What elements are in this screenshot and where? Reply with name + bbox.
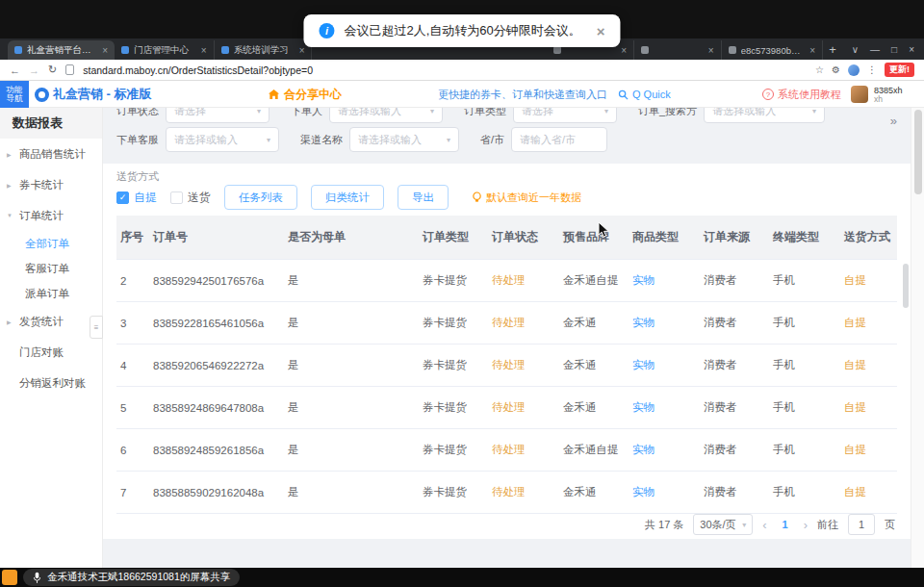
column-header: 订单类型 [419,229,488,245]
window-close-button[interactable]: × [909,44,914,55]
browser-tab[interactable]: 门店管理中心 × [115,40,215,60]
table-scrollbar-thumb[interactable] [903,264,909,308]
sidebar-item-store-reconciliation[interactable]: 门店对账 [0,337,102,368]
app-title: 礼盒营销 - 标准版 [53,86,152,103]
page-info-icon[interactable] [65,64,74,75]
window-maximize-button[interactable]: □ [891,44,897,55]
sidebar-item-distribution-rebate[interactable]: 分销返利对账 [0,368,102,398]
cell-delivery: 自提 [840,273,897,288]
sidebar-item-product-sales-stats[interactable]: ▶ 商品销售统计 [0,139,102,169]
cell-seq: 5 [116,402,149,414]
function-nav-toggle[interactable]: 功能 导航 [0,81,29,108]
prev-page-button[interactable]: ‹ [762,518,766,532]
export-button[interactable]: 导出 [398,185,449,210]
toast-close-icon[interactable]: × [597,23,605,39]
tutorial-link[interactable]: ? 系统使用教程 [762,81,841,108]
order-search-select[interactable]: 请选择或输入 ▾ [704,108,825,123]
filter-label: 订单状态 [116,108,159,118]
browser-more-icon[interactable]: ⋮ [867,64,877,75]
sidebar-child-label: 客服订单 [25,262,69,276]
filter-row-2: 下单客服 请选择或输入 ▾ 渠道名称 请选择或输入 ▾ 省/市 [116,127,607,152]
category-stats-button[interactable]: 归类统计 [311,185,384,210]
cell-goods-type: 实物 [629,443,700,457]
sidebar-item-all-orders[interactable]: 全部订单 [0,231,102,256]
cell-is-parent: 是 [284,485,419,499]
sidebar-item-service-orders[interactable]: 客服订单 [0,256,102,281]
page-size-select[interactable]: 30条/页 ▾ [693,514,753,535]
sidebar-item-shipping-stats[interactable]: ▶ 发货统计 [0,306,102,337]
select-placeholder: 请选择 [522,108,553,118]
next-page-button[interactable]: › [804,518,808,532]
filter-row-1: 订单状态 请选择 ▾ 下单人 请选择或输入 ▾ 订单类型 请选择 ▾ [116,108,825,123]
user-avatar[interactable] [851,86,868,103]
tab-close-icon[interactable]: × [708,45,714,56]
tab-close-icon[interactable]: × [299,45,305,56]
orderer-select[interactable]: 请选择或输入 ▾ [329,108,443,123]
channel-name-select[interactable]: 请选择或输入 ▾ [349,127,459,152]
chevron-down-icon: ▼ [7,213,14,218]
browser-tab[interactable]: × [634,40,722,60]
province-city-input[interactable] [520,134,599,145]
order-status-select[interactable]: 请选择 ▾ [166,108,270,123]
filter-order-search: 订单_搜索方 请选择或输入 ▾ [638,108,825,123]
update-badge[interactable]: 更新! [885,63,914,77]
browser-tab[interactable]: 系统培训学习 × [215,40,313,60]
tab-close-icon[interactable]: × [201,45,207,56]
current-page[interactable]: 1 [777,519,794,530]
cell-brand: 金禾通 [559,358,629,372]
window-minimize-button[interactable]: — [870,44,880,55]
share-center-icon [268,89,280,100]
forward-icon[interactable]: → [29,64,39,76]
browser-menu-icon[interactable]: ∨ [852,44,859,55]
cell-seq: 6 [116,445,149,456]
address-bar[interactable]: standard.maboy.cn/OrderStatisticsDetail?… [83,64,313,76]
pagination-total: 共 17 条 [645,518,683,532]
sidebar-item-coupon-stats[interactable]: ▶ 券卡统计 [0,169,102,200]
sidebar-item-dispatch-orders[interactable]: 派单订单 [0,281,102,306]
sidebar-collapse-handle[interactable]: ≡ [90,316,103,339]
quick-entry-link[interactable]: 更快捷的券卡、订单和快递查询入口 [438,81,607,108]
select-placeholder: 请选择或输入 [712,108,776,118]
filter-channel-name: 渠道名称 请选择或输入 ▾ [300,127,459,152]
page-scrollbar[interactable] [911,108,924,568]
task-list-button[interactable]: 任务列表 [224,185,297,210]
tab-close-icon[interactable]: × [102,45,108,56]
new-tab-button[interactable]: + [829,42,836,57]
quick-search[interactable]: Q Quick [618,81,671,108]
taskbar-app-icon[interactable] [2,570,17,585]
pickup-checkbox[interactable]: ✓ 自提 [116,190,157,206]
browser-profile-avatar[interactable] [848,64,860,76]
share-center-link[interactable]: 合分享中心 [268,81,342,108]
bookmark-star-icon[interactable]: ☆ [815,64,824,75]
filter-order-type: 订单类型 请选择 ▾ [464,108,617,123]
column-header: 订单状态 [488,229,559,245]
tab-close-icon[interactable]: × [621,45,627,56]
collapse-filters-button[interactable]: » [890,114,897,128]
checkbox-checked-icon: ✓ [116,191,129,204]
order-agent-select[interactable]: 请选择或输入 ▾ [166,127,279,152]
select-placeholder: 请选择或输入 [338,108,401,118]
sidebar-item-label: 门店对账 [19,345,64,360]
browser-tab-active[interactable]: 礼盒营销平台管理中心 × [8,40,115,60]
goto-page-input[interactable] [848,514,875,535]
cell-brand: 金禾通 [559,400,629,415]
screen-share-text: 金禾通技术王斌18662591081的屏幕共享 [47,571,230,584]
quick-search-label: Q Quick [632,89,671,100]
sidebar-item-order-stats[interactable]: ▼ 订单统计 [0,200,102,231]
cell-terminal: 手机 [769,443,840,457]
order-type-select[interactable]: 请选择 ▾ [513,108,617,123]
refresh-icon[interactable]: ↻ [48,64,57,76]
cell-status: 待处理 [488,485,559,499]
cell-delivery: 自提 [840,358,897,372]
tab-close-icon[interactable]: × [809,45,815,56]
settings-gear-icon[interactable]: ⚙ [832,64,840,75]
back-icon[interactable]: ← [10,64,20,76]
table-row: 7 83858859029162048a 是 券卡提货 待处理 金禾通 实物 消… [116,472,897,514]
browser-tab[interactable]: e8c573980b1328a258fd2e6 × [722,40,824,60]
page-scrollbar-thumb[interactable] [914,110,922,194]
username[interactable]: 8385xh xh [874,81,903,108]
user-avatar-wrap[interactable] [851,81,868,108]
delivery-checkbox[interactable]: 送货 [170,190,211,206]
column-header: 送货方式 [840,229,897,245]
sidebar-item-label: 分销返利对账 [19,376,86,391]
